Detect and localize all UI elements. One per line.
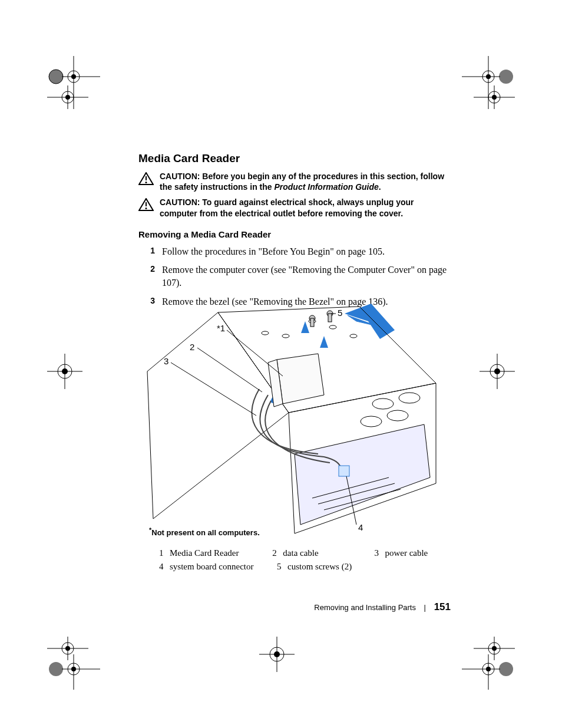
svg-point-54 (146, 207, 147, 209)
svg-line-84 (227, 330, 283, 376)
legend: 1Media Card Reader 2data cable 3power ca… (159, 548, 454, 575)
section-title: Media Card Reader (138, 152, 451, 165)
svg-point-72 (361, 416, 382, 427)
svg-marker-73 (301, 321, 309, 333)
caution-2: CAUTION: To guard against electrical sho… (138, 197, 451, 218)
svg-marker-58 (147, 312, 289, 519)
step-2: 2 Remove the computer cover (see "Removi… (138, 263, 451, 289)
svg-point-35 (71, 667, 76, 671)
svg-point-68 (350, 334, 357, 338)
svg-point-65 (282, 334, 289, 338)
svg-marker-56 (345, 304, 395, 339)
caution-1-text: CAUTION: Before you begin any of the pro… (160, 171, 451, 192)
svg-point-44 (499, 662, 513, 676)
svg-point-9 (65, 95, 70, 100)
crop-mark-bottom-mid (259, 637, 295, 674)
footnote: *Not present on all computers. (149, 526, 260, 537)
svg-point-48 (486, 667, 491, 671)
svg-marker-57 (218, 307, 436, 413)
svg-point-71 (387, 410, 408, 421)
crop-mark-top-right (462, 56, 515, 111)
callout-2: 2 (190, 342, 194, 352)
crop-mark-bottom-right (462, 637, 515, 692)
callout-1: *1 (217, 323, 225, 333)
svg-point-0 (49, 70, 63, 84)
step-list: 1 Follow the procedures in "Before You B… (138, 245, 451, 308)
callout-5: 5 (338, 308, 342, 318)
svg-point-43 (492, 646, 497, 651)
svg-rect-79 (339, 466, 349, 476)
step-1: 1 Follow the procedures in "Before You B… (138, 245, 451, 258)
crop-mark-top-left (47, 56, 100, 111)
svg-point-18 (492, 95, 497, 100)
svg-rect-81 (310, 318, 314, 327)
svg-point-70 (399, 393, 420, 403)
svg-rect-83 (328, 314, 332, 322)
svg-line-86 (171, 363, 256, 416)
svg-point-67 (329, 325, 336, 329)
diagram: *1 2 3 4 5 (135, 301, 454, 548)
svg-point-14 (486, 74, 491, 79)
caution-1: CAUTION: Before you begin any of the pro… (138, 171, 451, 192)
callout-4: 4 (358, 522, 363, 532)
svg-point-69 (372, 398, 394, 409)
callout-3: 3 (164, 356, 168, 366)
svg-point-26 (494, 368, 500, 374)
svg-point-51 (146, 182, 147, 183)
subheading: Removing a Media Card Reader (138, 229, 451, 239)
crop-mark-bottom-left (47, 637, 100, 692)
svg-point-39 (274, 651, 280, 657)
page-footer: Removing and Installing Parts | 151 (0, 601, 451, 613)
chapter-title: Removing and Installing Parts (314, 603, 416, 612)
page-number: 151 (434, 601, 451, 612)
svg-marker-77 (277, 354, 324, 404)
svg-marker-74 (320, 336, 328, 348)
svg-point-64 (262, 331, 269, 335)
svg-point-30 (65, 646, 70, 651)
warning-icon (138, 198, 154, 213)
svg-point-31 (49, 662, 63, 676)
warning-icon (138, 172, 154, 187)
svg-point-10 (499, 70, 513, 84)
svg-point-5 (71, 74, 76, 79)
svg-point-22 (62, 368, 68, 374)
caution-2-text: CAUTION: To guard against electrical sho… (160, 197, 451, 218)
crop-mark-mid-left (47, 354, 82, 391)
crop-mark-mid-right (480, 354, 515, 391)
